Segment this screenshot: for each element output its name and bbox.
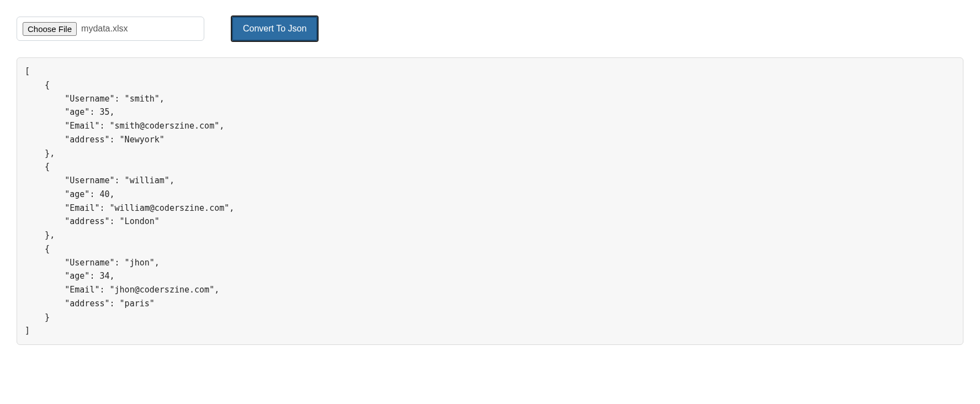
selected-filename: mydata.xlsx [81, 24, 128, 34]
choose-file-button[interactable]: Choose File [23, 22, 77, 36]
convert-to-json-button[interactable]: Convert To Json [232, 17, 317, 41]
toolbar: Choose File mydata.xlsx Convert To Json [17, 17, 963, 41]
file-input[interactable]: Choose File mydata.xlsx [17, 17, 204, 41]
json-output: [ { "Username": "smith", "age": 35, "Ema… [17, 57, 963, 345]
